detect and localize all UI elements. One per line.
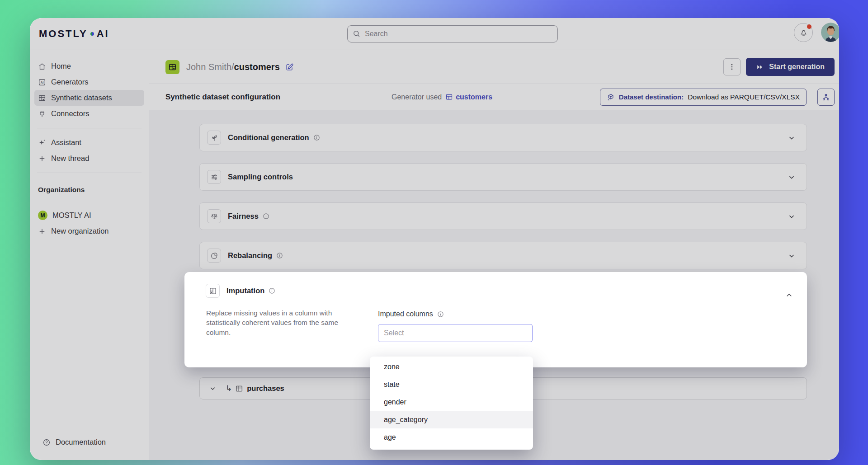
chevron-up-icon[interactable] (785, 291, 793, 301)
dropdown-option-state[interactable]: state (370, 376, 533, 393)
imputation-icon (206, 284, 220, 298)
dropdown-option-age[interactable]: age (370, 428, 533, 446)
info-icon[interactable] (437, 311, 444, 318)
dropdown-option-zone[interactable]: zone (370, 358, 533, 376)
info-icon[interactable] (269, 287, 275, 294)
dropdown-option-age-category[interactable]: age_category (370, 411, 533, 428)
imputed-columns-dropdown: zone state gender age_category age (370, 357, 533, 450)
section-imputation-expanded: Imputation Replace missing values in a c… (184, 272, 807, 367)
section-label: Imputation (226, 287, 264, 295)
dropdown-option-gender[interactable]: gender (370, 393, 533, 411)
imputation-description: Replace missing values in a column with … (206, 308, 346, 337)
imputed-columns-label: Imputed columns (378, 310, 433, 318)
imputed-columns-select[interactable] (378, 324, 533, 342)
